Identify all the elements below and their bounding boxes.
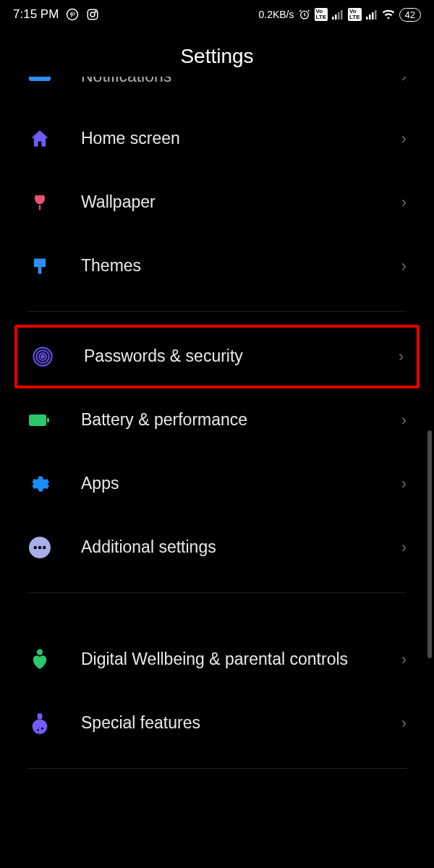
home-icon	[27, 127, 52, 151]
volte-badge-2: VoLTE	[348, 8, 362, 21]
svg-rect-5	[332, 17, 334, 20]
settings-item-passwords-security[interactable]: Passwords & security ›	[14, 325, 420, 388]
divider	[27, 768, 407, 769]
notification-icon	[27, 77, 52, 89]
page-title: Settings	[0, 45, 434, 68]
chevron-right-icon: ›	[401, 129, 407, 148]
settings-item-wallpaper[interactable]: Wallpaper ›	[14, 171, 420, 234]
svg-point-23	[34, 546, 38, 550]
signal-icon-1	[332, 9, 344, 20]
chevron-right-icon: ›	[401, 77, 407, 86]
svg-point-30	[38, 729, 39, 731]
settings-item-notifications-partial[interactable]: Notifications ›	[14, 77, 420, 107]
svg-rect-11	[372, 12, 374, 20]
settings-list[interactable]: Notifications › Home screen › Wallpaper …	[0, 77, 434, 769]
gear-icon	[27, 472, 52, 496]
chevron-right-icon: ›	[401, 411, 407, 430]
svg-rect-20	[29, 414, 46, 426]
item-label: Themes	[81, 255, 401, 277]
pinterest-icon	[66, 8, 79, 21]
svg-point-3	[95, 11, 97, 12]
svg-rect-13	[29, 77, 51, 81]
svg-point-25	[43, 546, 46, 550]
chevron-right-icon: ›	[401, 538, 407, 557]
chevron-right-icon: ›	[399, 347, 404, 366]
chevron-right-icon: ›	[401, 650, 407, 669]
svg-rect-6	[335, 14, 337, 20]
instagram-icon	[86, 8, 99, 21]
page-header: Settings	[0, 29, 434, 77]
fingerprint-icon	[30, 344, 55, 369]
heart-person-icon	[27, 647, 52, 672]
status-left: 7:15 PM	[13, 7, 99, 22]
svg-point-26	[37, 650, 43, 655]
settings-item-themes[interactable]: Themes ›	[14, 234, 420, 298]
scrollbar[interactable]	[427, 430, 432, 658]
chevron-right-icon: ›	[401, 193, 407, 212]
item-label: Digital Wellbeing & parental controls	[81, 649, 401, 671]
svg-point-29	[41, 727, 43, 729]
svg-point-28	[33, 719, 48, 734]
item-label: Battery & performance	[81, 409, 401, 431]
battery-indicator: 42	[399, 8, 421, 22]
svg-rect-15	[38, 267, 42, 273]
alarm-icon	[299, 9, 310, 20]
item-label: Apps	[81, 473, 401, 495]
svg-point-2	[90, 12, 95, 17]
flask-icon	[27, 711, 52, 736]
svg-rect-10	[369, 14, 371, 20]
dots-icon	[27, 535, 52, 560]
battery-icon	[27, 408, 52, 433]
svg-rect-14	[34, 259, 46, 268]
volte-badge-1: VoLTE	[315, 8, 328, 21]
chevron-right-icon: ›	[401, 475, 407, 493]
settings-item-home-screen[interactable]: Home screen ›	[14, 107, 420, 171]
status-bar: 7:15 PM 0.2KB/s VoLTE VoLTE 42	[0, 0, 434, 29]
svg-rect-8	[341, 10, 343, 20]
chevron-right-icon: ›	[401, 714, 407, 733]
item-label: Special features	[81, 712, 401, 734]
status-time: 7:15 PM	[13, 7, 59, 22]
settings-item-additional-settings[interactable]: Additional settings ›	[14, 516, 420, 579]
wifi-icon	[382, 9, 395, 20]
chevron-right-icon: ›	[401, 257, 407, 276]
tulip-icon	[27, 190, 52, 215]
divider	[27, 311, 407, 312]
settings-item-special-features[interactable]: Special features ›	[14, 692, 420, 755]
divider	[27, 592, 407, 593]
settings-item-digital-wellbeing[interactable]: Digital Wellbeing & parental controls ›	[14, 628, 420, 692]
item-label: Home screen	[81, 128, 401, 150]
settings-item-battery-performance[interactable]: Battery & performance ›	[14, 388, 420, 452]
svg-rect-12	[375, 10, 377, 20]
svg-rect-27	[38, 713, 43, 719]
signal-icon-2	[366, 9, 378, 20]
svg-point-19	[41, 355, 44, 358]
svg-rect-9	[366, 17, 368, 20]
status-right: 0.2KB/s VoLTE VoLTE 42	[258, 8, 421, 22]
svg-rect-7	[338, 12, 340, 20]
svg-point-24	[38, 546, 42, 550]
svg-rect-21	[47, 418, 49, 422]
item-label: Additional settings	[81, 537, 401, 558]
item-label: Passwords & security	[84, 346, 399, 367]
data-rate: 0.2KB/s	[258, 9, 294, 20]
item-label: Wallpaper	[81, 192, 401, 213]
brush-icon	[27, 254, 52, 278]
settings-item-apps[interactable]: Apps ›	[14, 452, 420, 516]
